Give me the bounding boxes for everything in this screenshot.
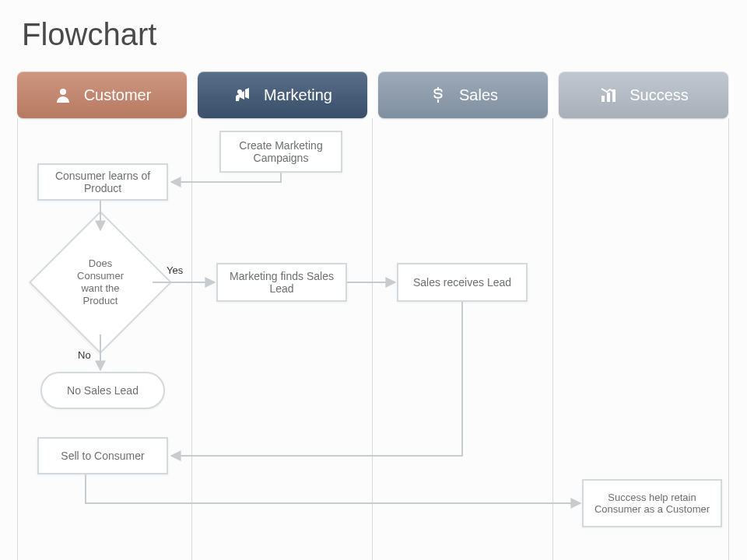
svg-rect-2 xyxy=(601,96,605,102)
lane-tab-success: Success xyxy=(559,72,728,118)
flowchart-canvas: Flowchart Customer Marketing Sales Succe… xyxy=(0,0,747,560)
lane-divider xyxy=(372,118,373,560)
decision-label: Does Consumer want the Product xyxy=(50,232,151,333)
svg-rect-3 xyxy=(607,93,610,102)
lane-label: Sales xyxy=(459,86,498,104)
lane-divider xyxy=(552,118,553,560)
node-decision: Does Consumer want the Product xyxy=(50,232,151,333)
lane-tab-customer: Customer xyxy=(17,72,187,118)
lane-tab-sales: Sales xyxy=(378,72,548,118)
megaphone-icon xyxy=(233,85,253,105)
user-icon xyxy=(53,85,73,105)
lane-divider xyxy=(191,118,192,560)
node-no-sales-lead: No Sales Lead xyxy=(40,372,165,409)
edge-receives-to-sell xyxy=(171,302,462,456)
node-create-campaigns: Create Marketing Campaigns xyxy=(219,131,342,173)
edge-label-no: No xyxy=(78,349,91,361)
edge-label-yes: Yes xyxy=(167,264,183,276)
node-receives-lead: Sales receives Lead xyxy=(397,263,528,302)
lane-label: Customer xyxy=(84,86,152,104)
lane-divider xyxy=(17,118,18,560)
svg-point-0 xyxy=(60,89,66,95)
lane-divider xyxy=(728,118,729,560)
dollar-icon xyxy=(428,85,448,105)
page-title: Flowchart xyxy=(22,17,156,52)
chart-icon xyxy=(598,85,619,105)
lane-tab-marketing: Marketing xyxy=(198,72,367,118)
node-learns-product: Consumer learns of Product xyxy=(37,163,168,201)
node-finds-lead: Marketing finds Sales Lead xyxy=(216,263,347,302)
edge-sell-to-retain xyxy=(86,474,580,503)
lane-label: Marketing xyxy=(264,86,332,104)
node-sell-consumer: Sell to Consumer xyxy=(37,437,168,474)
lane-label: Success xyxy=(630,86,689,104)
node-retain-customer: Success help retain Consumer as a Custom… xyxy=(582,479,722,527)
edge-create-to-learns xyxy=(171,173,281,182)
